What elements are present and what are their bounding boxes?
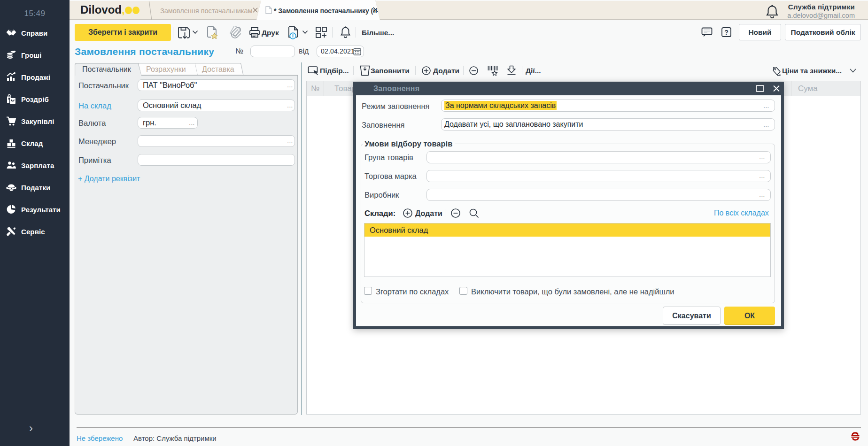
svg-text:?: ?: [724, 29, 728, 36]
